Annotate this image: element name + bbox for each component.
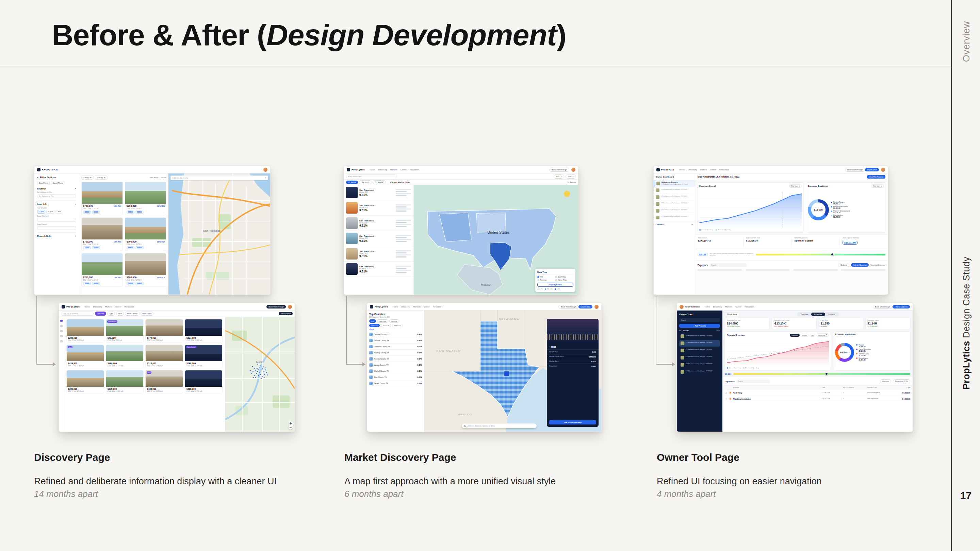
county-row[interactable]: Hockley County, TX 9.3% [369, 349, 422, 356]
rental-pill[interactable]: Section 8 [381, 324, 391, 327]
back-home-button[interactable]: ‹ Back Home [725, 312, 740, 316]
filter-pill[interactable]: Beds & Baths [125, 311, 139, 316]
section-tab[interactable]: Overview [798, 313, 811, 316]
see-properties-button[interactable]: See Properties Here [549, 420, 596, 424]
nav-tab[interactable]: Discovery [378, 169, 387, 171]
download-csv-button[interactable]: Download CSV [893, 379, 910, 383]
sidebar-item-property[interactable]: 5714 Ambercrest St, Arlington TX 76002 [679, 362, 720, 368]
property-details-button[interactable]: Property Details [537, 283, 573, 287]
all-contacts-label[interactable]: All Contacts [679, 330, 689, 332]
sidebar-search-input[interactable]: Search [679, 318, 720, 322]
export-data-button[interactable]: Export Data [865, 168, 879, 171]
expense-row[interactable]: Plumbing Installation 04.03.2024 3 Roof … [722, 396, 913, 402]
nav-tab[interactable]: Owner [424, 306, 430, 308]
map-panel[interactable]: Address, zip or city✕ San Francisco [169, 173, 270, 295]
nav-tab[interactable]: Markets [105, 306, 112, 308]
close-icon[interactable]: ✕ [265, 177, 266, 179]
property-card[interactable]: $275,000 2 bd · 2 ba · 1,200 sqft [106, 370, 143, 394]
period-select[interactable]: This Year [789, 184, 802, 188]
loan-term-option[interactable]: 15 year [37, 210, 45, 214]
map-search-input[interactable]: Address, zip or city✕ [170, 176, 268, 180]
property-card[interactable]: $700,00018% ROI 2 bd · 3 ba · 1,670 ft² … [125, 253, 166, 287]
options-button[interactable]: Options [880, 379, 891, 383]
down-payment-input[interactable] [37, 218, 76, 222]
avatar[interactable] [263, 168, 267, 172]
saved-filters-button[interactable]: Saved Filters [51, 181, 64, 185]
city-row[interactable]: San Francisco Median ROI 9.51% [344, 216, 414, 231]
clear-filters-button[interactable]: Clear Filters [37, 181, 50, 185]
county-row[interactable]: Starr County, TX 9.1% [369, 374, 422, 380]
nav-tab[interactable]: Markets [700, 169, 707, 171]
sidebar-item-property[interactable]: 5714 Ambercrest St, Arlington, TX 76002 [654, 208, 695, 214]
bell-icon[interactable] [60, 335, 63, 337]
nav-tab[interactable]: Resources [124, 306, 134, 308]
property-card[interactable]: $199,900 2 bd · 2 ba · 1,120 sqft [106, 345, 143, 368]
nav-tab[interactable]: Markets [725, 306, 732, 308]
sidebar-item-property[interactable]: 5714 Ambercrest St, Arlington TX 76002 [679, 333, 720, 340]
checkbox-icon[interactable] [725, 392, 727, 394]
section-loan-info[interactable]: Loan Info [37, 203, 47, 205]
section-location[interactable]: Location [37, 187, 46, 190]
county-row[interactable]: Caldwell County, TX 9.4% [369, 331, 422, 337]
nav-tab[interactable]: Resources [410, 169, 420, 171]
roi-select[interactable]: ROI [554, 175, 564, 179]
sidebar-item-property[interactable]: 5714 Ambercrest St, Arlington, TX 76002 [654, 187, 695, 194]
nav-tab[interactable]: Resources [745, 306, 754, 308]
data-type-option[interactable]: ROI [537, 276, 555, 278]
property-card[interactable]: $700,00018% ROI 2 bd · 3 ba · 1,670 ft² … [125, 218, 166, 251]
city-row[interactable]: San Francisco Median ROI 9.51% [344, 262, 414, 277]
map-zoom-control[interactable] [288, 421, 293, 429]
city-row[interactable]: San Francisco Median ROI 9.51% [344, 185, 414, 200]
property-card[interactable]: New $455,000 4 bd · 2 ba · 2,050 sqft [145, 370, 183, 394]
nav-tab[interactable]: Owner [401, 169, 407, 171]
property-card[interactable]: $350,000 3 bd · 2 ba · 1,540 sqft [66, 370, 104, 394]
book-walkthrough-button[interactable]: Book Walkthrough [873, 305, 893, 309]
sidebar-item-property[interactable]: 5714 Ambercrest St, Arlington TX 76002 [679, 369, 720, 375]
avatar[interactable] [571, 168, 576, 172]
lt-rental-pill[interactable]: LT Rental [346, 181, 358, 184]
expenses-pill[interactable]: Expenses [790, 333, 799, 337]
export-data-button[interactable]: Export Data [579, 305, 592, 308]
book-walkthrough-button[interactable]: Book Walkthrough [845, 168, 865, 172]
sidebar-item-property[interactable]: 5714 Ambercrest St, Arlington TX 76002 [679, 354, 720, 361]
nav-tab[interactable]: Markets [390, 169, 398, 171]
property-card[interactable]: $700,00018% ROI 2 bd · 3 ba · 1,670 ft² … [81, 182, 123, 215]
sidebar-item-property[interactable]: 5714 Ambercrest St, Arlington, TX 76002 [654, 194, 695, 201]
search-input[interactable]: City, Zip, or Address [61, 311, 94, 316]
property-card[interactable]: $700,00018% ROI 2 bd · 3 ba · 1,670 ft² … [125, 182, 166, 215]
property-card[interactable]: New $429,900 3 bd · 2 ba · 1,780 sqft [66, 345, 104, 368]
search-icon[interactable] [60, 325, 63, 327]
county-row[interactable]: Zavala County, TX 9.0% [369, 380, 422, 386]
period-select[interactable]: This Year [872, 184, 884, 188]
property-card[interactable]: $337,000 3 bd · 2 ba · 1,620 sqft [185, 319, 223, 343]
book-walkthrough-button[interactable]: Book Walkthrough [558, 305, 579, 309]
new-expense-button[interactable]: + New Expense [892, 305, 910, 308]
download-expenses-link[interactable]: Download Expenses [870, 264, 885, 266]
property-card[interactable]: Open House $79,900 2 bd · 1 ba · 980 sqf… [106, 319, 143, 343]
sidebar-item-property[interactable]: 5714 Ambercrest St, Arlington, TX 76002 [654, 214, 695, 221]
county-row[interactable]: Gonzales County, TX 9.3% [369, 343, 422, 349]
county-row[interactable]: Mitchell County, TX 9.1% [369, 368, 422, 374]
sidebar-item-property[interactable]: 5714 Ambercrest St, Arlington, TX 76002 [654, 201, 695, 208]
nav-tab[interactable]: Home [679, 169, 685, 171]
loan-term-option[interactable]: 30 year [46, 210, 54, 214]
search-input[interactable]: Place Holder Text [346, 175, 397, 178]
nav-tab[interactable]: Home [393, 306, 398, 308]
city-row[interactable]: San Francisco Median ROI 9.51% [344, 200, 414, 216]
net-pill[interactable]: Net [810, 333, 815, 337]
section-tab[interactable]: Contacts [825, 313, 838, 316]
save-search-button[interactable]: Save Search [279, 312, 293, 315]
map-search-input[interactable]: Address, Zipcode, County or State [462, 424, 537, 428]
back-link[interactable]: ‹ Back [369, 328, 422, 330]
contacts-section[interactable]: Contacts [656, 224, 665, 225]
period-select[interactable]: Fiscal Year [816, 333, 829, 337]
book-walkthrough-button[interactable]: Book Walkthrough [549, 168, 569, 172]
county-row[interactable]: Lavaca County, TX 9.2% [369, 362, 422, 368]
county-row[interactable]: Kenedy County, TX 9.2% [369, 356, 422, 362]
nav-tab[interactable]: Discovery [93, 306, 102, 308]
nav-tab[interactable]: Owner [735, 306, 741, 308]
metric-pill[interactable]: Revenue [389, 319, 399, 323]
rental-pill[interactable]: ST Rental [392, 324, 402, 327]
avatar[interactable] [679, 305, 684, 309]
nav-tab[interactable]: Resources [719, 169, 729, 171]
